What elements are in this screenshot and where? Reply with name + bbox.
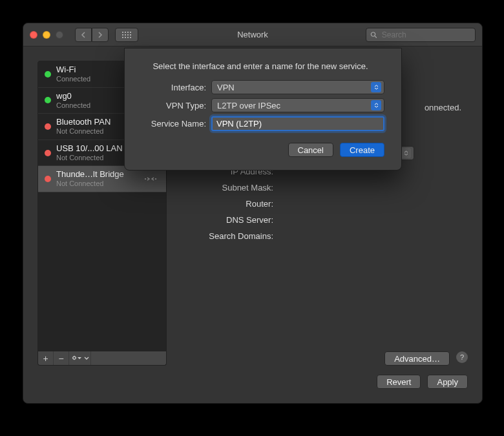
status-text-fragment: onnected. <box>425 103 461 112</box>
status-dot-icon <box>45 71 51 78</box>
network-prefs-window: Network Wi-Fi Connected <box>23 23 483 404</box>
status-dot-icon <box>45 123 51 130</box>
status-dot-icon <box>45 176 51 182</box>
svg-point-17 <box>155 178 156 180</box>
window-controls <box>30 31 63 39</box>
interface-select[interactable]: VPN <box>211 80 384 94</box>
chevrons-icon <box>371 82 381 92</box>
apply-button[interactable]: Apply <box>427 375 468 389</box>
service-name-input[interactable] <box>211 116 384 131</box>
cancel-button[interactable]: Cancel <box>288 143 333 157</box>
search-domains-label: Search Domains: <box>178 231 278 241</box>
svg-rect-1 <box>125 32 126 33</box>
show-all-button[interactable] <box>115 28 138 42</box>
ethernet-icon <box>142 172 160 186</box>
svg-rect-0 <box>122 32 123 33</box>
interface-label: Interface: <box>136 83 211 92</box>
close-window-icon[interactable] <box>30 31 37 39</box>
new-service-sheet: Select the interface and enter a name fo… <box>124 48 402 171</box>
remove-service-button[interactable]: − <box>54 351 69 365</box>
svg-point-16 <box>145 178 146 180</box>
search-icon <box>370 31 377 39</box>
advanced-row: Advanced… ? <box>178 351 468 366</box>
svg-rect-8 <box>122 37 123 38</box>
router-label: Router: <box>178 199 278 209</box>
search-input[interactable] <box>381 30 471 40</box>
back-button[interactable] <box>75 28 92 42</box>
forward-button[interactable] <box>92 28 109 42</box>
svg-rect-3 <box>130 32 131 33</box>
vpn-type-select[interactable]: L2TP over IPSec <box>211 98 384 112</box>
svg-rect-2 <box>127 32 129 33</box>
svg-rect-10 <box>127 37 129 38</box>
dns-server-label: DNS Server: <box>178 215 278 225</box>
service-name-label: Service Name: <box>136 119 211 129</box>
service-actions-menu[interactable] <box>69 351 91 365</box>
services-toolbar: + − <box>37 351 167 366</box>
svg-rect-5 <box>125 34 126 36</box>
help-button[interactable]: ? <box>456 351 468 363</box>
service-status: Not Connected <box>56 180 136 188</box>
status-dot-icon <box>45 97 51 103</box>
svg-rect-4 <box>122 34 123 36</box>
vpn-type-select-value: L2TP over IPSec <box>217 101 280 110</box>
window-footer: Revert Apply <box>37 375 468 389</box>
nav-buttons <box>75 28 109 42</box>
service-name: Thunde…lt Bridge <box>56 170 136 180</box>
zoom-window-icon[interactable] <box>56 31 63 39</box>
add-service-button[interactable]: + <box>38 351 54 365</box>
chevrons-icon <box>371 100 381 110</box>
chevrons-icon <box>401 148 411 158</box>
svg-rect-11 <box>130 37 131 38</box>
minimize-window-icon[interactable] <box>43 31 50 39</box>
subnet-mask-label: Subnet Mask: <box>178 183 278 192</box>
search-field[interactable] <box>366 28 476 42</box>
svg-line-13 <box>375 36 377 37</box>
svg-point-12 <box>371 32 375 36</box>
svg-rect-7 <box>130 34 131 36</box>
interface-select-value: VPN <box>217 83 235 92</box>
svg-rect-9 <box>125 37 126 38</box>
titlebar: Network <box>23 23 482 47</box>
status-dot-icon <box>45 150 51 156</box>
advanced-button[interactable]: Advanced… <box>384 351 450 366</box>
create-button[interactable]: Create <box>340 143 384 157</box>
svg-rect-6 <box>127 34 129 36</box>
revert-button[interactable]: Revert <box>377 375 421 389</box>
sheet-prompt: Select the interface and enter a name fo… <box>136 61 384 71</box>
vpn-type-label: VPN Type: <box>136 101 211 110</box>
